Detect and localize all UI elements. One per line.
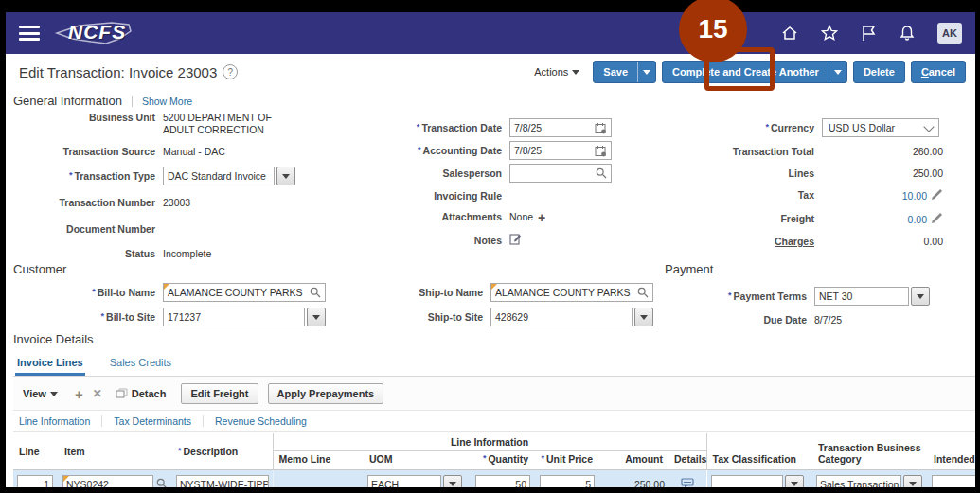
- edit-pencil-icon[interactable]: [931, 188, 943, 202]
- general-information-section: General Information Show More Business U…: [13, 94, 968, 260]
- transaction-date-input[interactable]: 7/8/25: [509, 118, 612, 137]
- search-icon[interactable]: [156, 476, 168, 487]
- home-icon[interactable]: [780, 24, 799, 43]
- col-header-unit-price[interactable]: *Unit Price: [534, 451, 598, 470]
- cell-transaction-business-category: Sales Transaction: [812, 470, 928, 488]
- col-header-line[interactable]: Line: [13, 433, 59, 470]
- transaction-business-category-dropdown-icon[interactable]: [903, 475, 922, 487]
- uom-input[interactable]: EACH: [367, 475, 441, 487]
- view-label: View: [23, 388, 46, 399]
- link-line-information[interactable]: Line Information: [17, 415, 101, 427]
- col-header-amount[interactable]: Amount: [598, 451, 668, 470]
- ship-to-site-input[interactable]: 428629: [490, 308, 633, 326]
- transaction-business-category-input[interactable]: Sales Transaction: [816, 475, 901, 487]
- user-avatar[interactable]: AK: [937, 23, 962, 44]
- col-header-item[interactable]: Item: [59, 433, 172, 470]
- link-revenue-scheduling[interactable]: Revenue Scheduling: [203, 415, 318, 427]
- salesperson-label: Salesperson: [403, 167, 509, 180]
- ship-to-name-input[interactable]: ALAMANCE COUNTY PARKS: [490, 283, 653, 302]
- tax-classification-input[interactable]: [711, 475, 783, 487]
- note-icon[interactable]: [509, 233, 523, 250]
- col-header-uom[interactable]: UOM: [364, 451, 470, 470]
- status-label: Status: [13, 245, 163, 260]
- col-header-tax-classification[interactable]: Tax Classification: [706, 433, 812, 470]
- tab-invoice-lines[interactable]: Invoice Lines: [15, 353, 85, 376]
- cancel-button[interactable]: Cancel: [911, 61, 966, 83]
- save-button[interactable]: Save: [593, 61, 656, 83]
- group-header-line-information: Line Information: [273, 433, 706, 451]
- tax-value-link[interactable]: 10.00: [902, 190, 927, 202]
- transaction-number-field: Transaction Number 23003: [13, 194, 345, 209]
- search-icon[interactable]: [637, 287, 649, 298]
- star-icon[interactable]: [820, 24, 839, 43]
- accounting-date-input[interactable]: 7/8/25: [509, 141, 612, 160]
- charges-link[interactable]: Charges: [672, 236, 822, 248]
- quantity-input[interactable]: 50: [475, 475, 530, 487]
- calendar-icon[interactable]: [595, 145, 607, 157]
- intended-use-input[interactable]: [932, 475, 975, 487]
- application-window: NCFS AK Edit Transaction: Invoice 23003 …: [6, 12, 975, 487]
- charges-field: Charges 0.00: [672, 236, 949, 248]
- add-attachment-icon[interactable]: +: [538, 211, 545, 224]
- calendar-icon[interactable]: [595, 122, 607, 134]
- payment-terms-input[interactable]: NET 30: [814, 287, 909, 306]
- transaction-type-dropdown-icon[interactable]: [276, 167, 295, 185]
- ship-to-name-label: Ship-to Name: [347, 287, 490, 299]
- hamburger-menu-icon[interactable]: [19, 26, 40, 41]
- unit-price-input[interactable]: 5: [540, 475, 595, 487]
- detach-button[interactable]: Detach: [116, 388, 167, 399]
- payment-heading: Payment: [665, 262, 713, 276]
- col-header-description[interactable]: *Description: [172, 433, 273, 470]
- add-row-icon[interactable]: +: [75, 387, 83, 401]
- help-icon[interactable]: ?: [223, 64, 238, 79]
- lines-label: Lines: [672, 167, 822, 180]
- bell-icon[interactable]: [898, 24, 917, 43]
- transaction-type-input[interactable]: DAC Standard Invoice: [163, 167, 275, 185]
- transaction-total-field: Transaction Total 260.00: [672, 146, 949, 158]
- tax-classification-dropdown-icon[interactable]: [785, 475, 804, 487]
- col-header-transaction-business-category[interactable]: Transaction Business Category: [812, 433, 928, 470]
- salesperson-input[interactable]: [509, 164, 612, 183]
- delete-button[interactable]: Delete: [853, 61, 905, 83]
- freight-value-link[interactable]: 0.00: [908, 214, 927, 225]
- uom-dropdown-icon[interactable]: [443, 475, 462, 487]
- view-menu[interactable]: View: [23, 388, 58, 399]
- bill-to-site-input[interactable]: 171237: [163, 308, 305, 326]
- bill-to-site-dropdown-icon[interactable]: [307, 308, 326, 326]
- apply-prepayments-button[interactable]: Apply Prepayments: [268, 383, 384, 404]
- edit-pencil-icon[interactable]: [931, 212, 943, 226]
- delete-row-icon[interactable]: ✕: [93, 388, 102, 399]
- accounting-date-label: Accounting Date: [423, 145, 502, 156]
- col-header-memo-line[interactable]: Memo Line: [273, 451, 364, 470]
- invoicing-rule-label: Invoicing Rule: [403, 187, 509, 202]
- col-header-details[interactable]: Details: [668, 451, 706, 470]
- details-icon[interactable]: [681, 476, 694, 487]
- line-number-input[interactable]: 1: [17, 475, 53, 487]
- currency-select[interactable]: USD US Dollar: [822, 118, 939, 137]
- search-icon[interactable]: [596, 167, 607, 179]
- col-header-quantity[interactable]: *Quantity: [470, 451, 534, 470]
- description-input[interactable]: NYSTM-WIDE-TIPPED M: [176, 475, 269, 487]
- search-icon[interactable]: [310, 287, 321, 298]
- currency-label: Currency: [771, 122, 814, 133]
- ship-to-name-value: ALAMANCE COUNTY PARKS: [495, 287, 631, 298]
- item-input[interactable]: NYS0242: [62, 475, 153, 487]
- save-dropdown-arrow-icon[interactable]: [637, 62, 655, 82]
- tab-sales-credits[interactable]: Sales Credits: [108, 353, 173, 376]
- notes-label: Notes: [403, 235, 509, 247]
- flag-icon[interactable]: [860, 24, 877, 43]
- bill-to-name-input[interactable]: ALAMANCE COUNTY PARKS: [163, 283, 326, 302]
- edit-freight-button[interactable]: Edit Freight: [181, 383, 258, 404]
- col-header-intended-use[interactable]: Intended Use: [928, 433, 975, 470]
- actions-menu[interactable]: Actions: [534, 66, 579, 78]
- complete-dropdown-arrow-icon[interactable]: [829, 62, 846, 82]
- link-tax-determinants[interactable]: Tax Determinants: [101, 415, 203, 427]
- cell-line: 1: [13, 470, 59, 488]
- invoice-line-row[interactable]: 1 NYS0242 NYSTM-WIDE-TIPPED M: [13, 470, 975, 488]
- payment-section: Payment *Payment Terms NET 30 Due Date 8…: [665, 260, 949, 333]
- payment-terms-dropdown-icon[interactable]: [911, 287, 930, 306]
- ship-to-site-dropdown-icon[interactable]: [634, 308, 653, 326]
- show-more-link[interactable]: Show More: [132, 96, 192, 107]
- chevron-down-icon: [50, 392, 58, 396]
- invoicing-rule-field: Invoicing Rule: [403, 187, 687, 202]
